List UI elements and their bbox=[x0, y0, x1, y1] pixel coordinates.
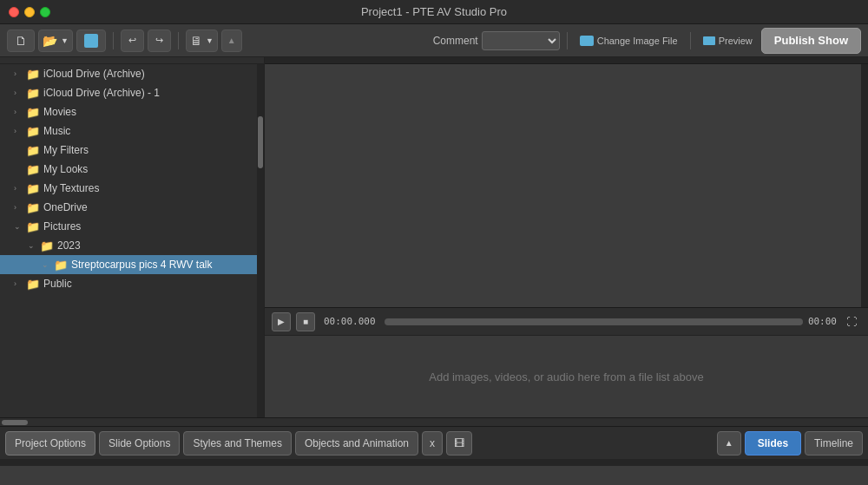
save-icon bbox=[84, 34, 98, 48]
filmstrip-icon: 🎞 bbox=[454, 437, 464, 449]
close-button[interactable] bbox=[9, 7, 19, 17]
horizontal-scrollbar[interactable] bbox=[0, 417, 868, 426]
tree-item-label: My Filters bbox=[43, 144, 89, 156]
file-scrollbar-thumb[interactable] bbox=[258, 116, 263, 168]
tree-item-public[interactable]: › 📁 Public bbox=[0, 274, 257, 293]
tree-item-label: iCloud Drive (Archive) bbox=[43, 68, 145, 80]
separator-1 bbox=[113, 32, 114, 49]
add-media-hint: Add images, videos, or audio here from a… bbox=[272, 370, 861, 383]
tree-item-mylooks[interactable]: 📁 My Looks bbox=[0, 160, 257, 179]
separator-3 bbox=[567, 32, 568, 49]
file-panel: › 📁 iCloud Drive (Archive) › 📁 iCloud Dr… bbox=[0, 57, 265, 417]
separator-4 bbox=[690, 32, 691, 49]
comment-label: Comment bbox=[433, 35, 478, 47]
file-tree-scroll[interactable]: › 📁 iCloud Drive (Archive) › 📁 iCloud Dr… bbox=[0, 64, 257, 417]
tree-item-streptocarpus[interactable]: ⌄ 📁 Streptocarpus pics 4 RWV talk bbox=[0, 255, 257, 274]
new-button[interactable]: 🗋 bbox=[7, 29, 35, 52]
tree-item-label: OneDrive bbox=[43, 201, 88, 213]
tree-item-music[interactable]: › 📁 Music bbox=[0, 121, 257, 141]
up-triangle-icon: ▲ bbox=[227, 36, 236, 45]
tree-item-label: 2023 bbox=[57, 239, 81, 252]
tree-item-myfilters[interactable]: 📁 My Filters bbox=[0, 141, 257, 160]
tree-expand-icon: ⌄ bbox=[14, 222, 26, 231]
objects-animation-button[interactable]: Objects and Animation bbox=[295, 431, 418, 456]
canvas-vertical-scrollbar[interactable] bbox=[861, 64, 868, 307]
tree-item-pictures[interactable]: ⌄ 📁 Pictures bbox=[0, 217, 257, 236]
canvas-top-scrollbar[interactable] bbox=[265, 57, 868, 64]
close-button-bottom[interactable]: x bbox=[422, 431, 443, 456]
tree-item-mytextures[interactable]: › 📁 My Textures bbox=[0, 179, 257, 198]
monitor-button[interactable]: 🖥 ▼ bbox=[186, 29, 218, 52]
tree-expand-icon: › bbox=[14, 127, 26, 135]
tree-item-2023[interactable]: ⌄ 📁 2023 bbox=[0, 236, 257, 255]
filmstrip-button[interactable]: 🎞 bbox=[446, 431, 472, 456]
h-scroll-thumb[interactable] bbox=[2, 420, 28, 425]
folder-icon: 📁 bbox=[26, 87, 40, 100]
redo-button[interactable]: ↪ bbox=[148, 29, 171, 52]
folder-icon: 📁 bbox=[26, 163, 40, 176]
separator-2 bbox=[178, 32, 179, 49]
time-display: 00:00.000 bbox=[324, 316, 376, 327]
time-end: 00:00 bbox=[808, 316, 837, 327]
folder-icon: 📁 bbox=[26, 182, 40, 195]
styles-themes-button[interactable]: Styles and Themes bbox=[183, 431, 292, 456]
preview-label: Preview bbox=[719, 36, 753, 46]
comment-area: Comment bbox=[433, 31, 560, 50]
tree-expand-icon: ⌄ bbox=[42, 260, 54, 269]
tree-expand-icon: › bbox=[14, 184, 26, 193]
tree-item-icloud2[interactable]: › 📁 iCloud Drive (Archive) - 1 bbox=[0, 83, 257, 102]
folder-icon: 📁 bbox=[26, 278, 40, 291]
window-controls bbox=[9, 7, 50, 17]
comment-select[interactable] bbox=[482, 31, 560, 50]
save-button[interactable] bbox=[76, 29, 106, 52]
file-vertical-scrollbar[interactable] bbox=[257, 64, 264, 417]
tree-item-label: Public bbox=[43, 278, 72, 290]
up-arrow-button[interactable]: ▲ bbox=[717, 431, 741, 456]
bottom-toolbar: Project Options Slide Options Styles and… bbox=[0, 426, 868, 459]
fullscreen-button[interactable]: ⛶ bbox=[842, 312, 861, 331]
open-icon: 📂 bbox=[43, 34, 57, 48]
minimize-button[interactable] bbox=[24, 7, 35, 17]
canvas-with-scroll bbox=[265, 64, 868, 307]
folder-icon: 📁 bbox=[26, 144, 40, 157]
new-icon: 🗋 bbox=[15, 34, 27, 48]
timeline-progress-bar[interactable] bbox=[385, 318, 803, 325]
undo-button[interactable]: ↩ bbox=[121, 29, 144, 52]
maximize-button[interactable] bbox=[40, 7, 50, 17]
tree-expand-icon: › bbox=[14, 108, 26, 116]
project-options-button[interactable]: Project Options bbox=[5, 431, 95, 456]
tree-expand-icon: › bbox=[14, 279, 26, 288]
tree-item-icloud1[interactable]: › 📁 iCloud Drive (Archive) bbox=[0, 64, 257, 83]
open-button[interactable]: 📂 ▼ bbox=[38, 29, 73, 52]
tree-item-movies[interactable]: › 📁 Movies bbox=[0, 102, 257, 121]
folder-icon: 📁 bbox=[26, 125, 40, 138]
play-button[interactable]: ▶ bbox=[272, 312, 291, 331]
redo-icon: ↪ bbox=[155, 35, 163, 46]
h-scroll-inner bbox=[0, 419, 868, 426]
publish-show-button[interactable]: Publish Show bbox=[761, 28, 861, 54]
stop-icon: ■ bbox=[303, 317, 308, 326]
undo-icon: ↩ bbox=[128, 35, 136, 46]
tree-item-label: iCloud Drive (Archive) - 1 bbox=[43, 87, 160, 99]
tree-item-label: Streptocarpus pics 4 RWV talk bbox=[71, 259, 213, 271]
folder-icon: 📁 bbox=[26, 106, 40, 119]
tree-item-onedrive[interactable]: › 📁 OneDrive bbox=[0, 198, 257, 217]
preview-icon bbox=[703, 36, 715, 45]
slide-options-button[interactable]: Slide Options bbox=[99, 431, 180, 456]
timeline-button[interactable]: Timeline bbox=[805, 431, 863, 456]
folder-icon: 📁 bbox=[54, 259, 68, 272]
up-triangle-button[interactable]: ▲ bbox=[221, 29, 242, 52]
folder-icon: 📁 bbox=[26, 220, 40, 233]
play-icon: ▶ bbox=[278, 317, 285, 326]
stop-button[interactable]: ■ bbox=[296, 312, 315, 331]
change-image-button[interactable]: Change Image File bbox=[575, 29, 683, 52]
main-content: › 📁 iCloud Drive (Archive) › 📁 iCloud Dr… bbox=[0, 57, 868, 417]
preview-button[interactable]: Preview bbox=[698, 29, 758, 52]
folder-icon: 📁 bbox=[26, 68, 40, 81]
slide-strip[interactable]: Add images, videos, or audio here from a… bbox=[265, 335, 868, 417]
file-top-scrollbar[interactable] bbox=[0, 57, 264, 64]
fullscreen-icon: ⛶ bbox=[846, 316, 857, 328]
change-image-label: Change Image File bbox=[597, 36, 678, 46]
slides-button[interactable]: Slides bbox=[745, 431, 801, 456]
tree-item-label: Movies bbox=[43, 106, 76, 118]
